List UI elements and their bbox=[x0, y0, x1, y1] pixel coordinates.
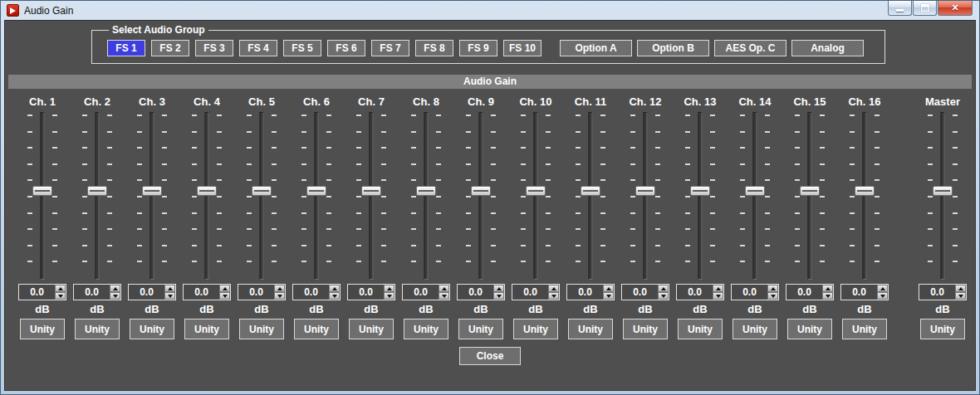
fader-track[interactable] bbox=[315, 112, 319, 280]
close-button[interactable]: Close bbox=[459, 347, 521, 365]
fader-track[interactable] bbox=[41, 112, 45, 280]
gain-value-field[interactable]: 0.0 bbox=[293, 285, 329, 300]
spin-up-button[interactable] bbox=[384, 285, 394, 292]
fs-button-fs-10[interactable]: FS 10 bbox=[503, 40, 541, 56]
fader-track[interactable] bbox=[698, 112, 703, 280]
fader-track[interactable] bbox=[589, 112, 593, 280]
unity-button[interactable]: Unity bbox=[20, 319, 65, 339]
fader-track[interactable] bbox=[150, 112, 154, 280]
fs-button-fs-2[interactable]: FS 2 bbox=[151, 40, 189, 56]
fader-track[interactable] bbox=[753, 112, 757, 280]
fader-track[interactable] bbox=[644, 112, 648, 280]
fs-button-fs-9[interactable]: FS 9 bbox=[459, 40, 497, 56]
gain-value-field[interactable]: 0.0 bbox=[458, 285, 493, 300]
spin-down-button[interactable] bbox=[548, 292, 559, 300]
fader-handle[interactable] bbox=[526, 186, 546, 196]
spin-down-button[interactable] bbox=[439, 292, 449, 300]
spin-up-button[interactable] bbox=[219, 285, 230, 292]
spin-down-button[interactable] bbox=[219, 292, 230, 300]
gain-fader[interactable] bbox=[681, 112, 719, 280]
spin-down-button[interactable] bbox=[110, 292, 120, 300]
fader-track[interactable] bbox=[941, 112, 945, 280]
unity-button[interactable]: Unity bbox=[404, 319, 448, 339]
unity-button[interactable]: Unity bbox=[75, 319, 120, 339]
unity-button[interactable]: Unity bbox=[458, 319, 503, 339]
gain-value-field[interactable]: 0.0 bbox=[732, 285, 767, 300]
gain-value-field[interactable]: 0.0 bbox=[512, 285, 548, 300]
spin-up-button[interactable] bbox=[439, 285, 449, 292]
spin-up-button[interactable] bbox=[767, 285, 778, 292]
gain-value-field[interactable]: 0.0 bbox=[74, 285, 110, 300]
close-window-button[interactable]: ✕ bbox=[938, 1, 973, 16]
fader-handle[interactable] bbox=[361, 186, 381, 196]
spin-up-button[interactable] bbox=[658, 285, 669, 292]
fader-track[interactable] bbox=[863, 112, 867, 280]
spin-down-button[interactable] bbox=[493, 292, 504, 300]
unity-button[interactable]: Unity bbox=[294, 319, 339, 339]
spin-up-button[interactable] bbox=[493, 285, 504, 292]
gain-value-field[interactable]: 0.0 bbox=[786, 285, 822, 300]
fader-handle[interactable] bbox=[933, 186, 953, 196]
spin-up-button[interactable] bbox=[713, 285, 723, 292]
unity-button[interactable]: Unity bbox=[787, 319, 832, 339]
unity-button[interactable]: Unity bbox=[130, 319, 174, 339]
fader-handle[interactable] bbox=[635, 186, 655, 196]
fs-button-fs-6[interactable]: FS 6 bbox=[327, 40, 365, 56]
gain-fader[interactable] bbox=[188, 112, 226, 280]
gain-fader[interactable] bbox=[243, 112, 281, 280]
fader-track[interactable] bbox=[534, 112, 538, 280]
maximize-button[interactable] bbox=[913, 1, 937, 16]
option-button-option-a[interactable]: Option A bbox=[560, 40, 632, 56]
spin-up-button[interactable] bbox=[877, 285, 888, 292]
gain-fader[interactable] bbox=[845, 112, 884, 280]
spin-up-button[interactable] bbox=[603, 285, 614, 292]
fader-handle[interactable] bbox=[252, 186, 272, 196]
fader-handle[interactable] bbox=[87, 186, 107, 196]
spin-up-button[interactable] bbox=[329, 285, 340, 292]
gain-value-field[interactable]: 0.0 bbox=[622, 285, 658, 300]
gain-fader[interactable] bbox=[736, 112, 774, 280]
unity-button[interactable]: Unity bbox=[920, 319, 965, 339]
gain-value-field[interactable]: 0.0 bbox=[677, 285, 713, 300]
spin-down-button[interactable] bbox=[822, 292, 833, 300]
gain-fader[interactable] bbox=[462, 112, 500, 280]
gain-value-field[interactable]: 0.0 bbox=[403, 285, 439, 300]
spin-up-button[interactable] bbox=[274, 285, 285, 292]
fs-button-fs-5[interactable]: FS 5 bbox=[283, 40, 321, 56]
spin-up-button[interactable] bbox=[955, 285, 966, 292]
unity-button[interactable]: Unity bbox=[733, 319, 777, 339]
unity-button[interactable]: Unity bbox=[842, 319, 887, 339]
fader-track[interactable] bbox=[370, 112, 374, 280]
fader-track[interactable] bbox=[479, 112, 483, 280]
fader-handle[interactable] bbox=[690, 186, 710, 196]
spin-down-button[interactable] bbox=[955, 292, 966, 300]
spin-down-button[interactable] bbox=[767, 292, 778, 300]
unity-button[interactable]: Unity bbox=[349, 319, 394, 339]
spin-down-button[interactable] bbox=[713, 292, 723, 300]
spin-up-button[interactable] bbox=[164, 285, 175, 292]
spin-down-button[interactable] bbox=[877, 292, 888, 300]
option-button-option-b[interactable]: Option B bbox=[637, 40, 709, 56]
title-bar[interactable]: Audio Gain bbox=[1, 1, 979, 20]
spin-down-button[interactable] bbox=[329, 292, 340, 300]
spin-up-button[interactable] bbox=[55, 285, 66, 292]
gain-fader[interactable] bbox=[407, 112, 445, 280]
spin-down-button[interactable] bbox=[658, 292, 669, 300]
option-button-aes-op-c[interactable]: AES Op. C bbox=[714, 40, 786, 56]
fader-track[interactable] bbox=[260, 112, 264, 280]
fader-handle[interactable] bbox=[745, 186, 765, 196]
gain-fader[interactable] bbox=[924, 112, 962, 280]
unity-button[interactable]: Unity bbox=[513, 319, 558, 339]
gain-value-field[interactable]: 0.0 bbox=[184, 285, 219, 300]
fader-handle[interactable] bbox=[581, 186, 600, 196]
gain-fader[interactable] bbox=[78, 112, 116, 280]
gain-value-field[interactable]: 0.0 bbox=[348, 285, 384, 300]
fs-button-fs-3[interactable]: FS 3 bbox=[195, 40, 233, 56]
unity-button[interactable]: Unity bbox=[239, 319, 284, 339]
gain-value-field[interactable]: 0.0 bbox=[129, 285, 164, 300]
fader-handle[interactable] bbox=[855, 186, 875, 196]
spin-down-button[interactable] bbox=[164, 292, 175, 300]
minimize-button[interactable] bbox=[888, 1, 912, 16]
fs-button-fs-4[interactable]: FS 4 bbox=[239, 40, 277, 56]
fader-track[interactable] bbox=[808, 112, 812, 280]
